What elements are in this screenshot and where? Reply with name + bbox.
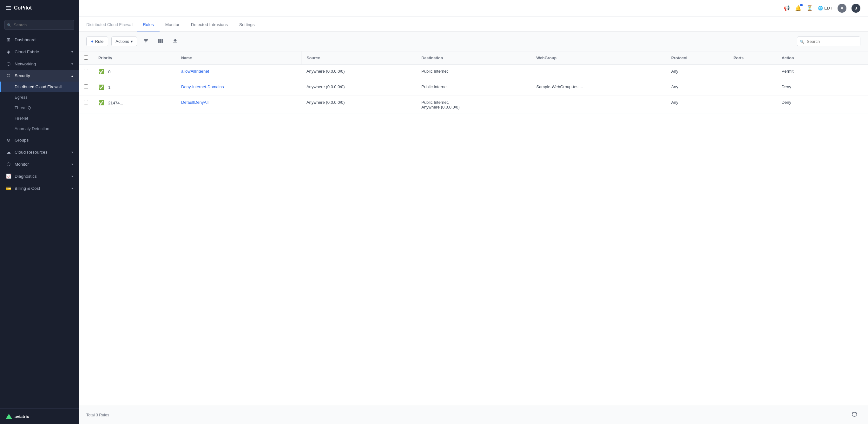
sidebar-sub-item-label: ThreatIQ [14,105,31,110]
avatar-a[interactable]: A [838,4,846,13]
sidebar-item-label: Dashboard [14,37,35,42]
menu-icon[interactable] [6,6,11,10]
priority-value-0: 0 [108,69,111,74]
select-all-checkbox[interactable] [84,55,88,60]
row-action-2: Deny [777,96,830,114]
aviatrix-logo-icon [6,414,12,419]
table-search-input[interactable] [797,36,860,46]
row-sort-button-2[interactable]: ⇅ [835,100,842,107]
rule-name-link-0[interactable]: allowAllInternet [181,69,209,73]
notification-icon[interactable]: 🔔 [795,5,801,11]
row-destination-0: Public Internet [416,65,531,80]
row-name-0: allowAllInternet [176,65,301,80]
row-destination-1: Public Internet [416,80,531,96]
row-webgroup-0 [531,65,666,80]
sidebar-item-anomaly-detection[interactable]: Anomaly Detection [0,123,79,134]
rules-table-wrap: Priority Name Source Destination WebGrou… [79,52,868,405]
sidebar-item-firenet[interactable]: FireNet [0,113,79,123]
nav-section: ⊞ Dashboard ◈ Cloud Fabric ▾ ⬡ Networkin… [0,34,79,408]
add-rule-label: Rule [95,39,104,44]
sidebar-item-egress[interactable]: Egress [0,92,79,102]
table-row: ✅ 1 Deny-Internet-Domains Anywhere (0.0.… [79,80,868,96]
actions-label: Actions [116,39,129,44]
hourglass-icon[interactable]: ⏳ [806,5,813,11]
sidebar-item-cloud-resources[interactable]: ☁ Cloud Resources ▾ [0,146,79,158]
row-edit-button-2[interactable]: ✏️ [843,100,852,107]
networking-icon: ⬡ [6,61,11,66]
row-source-2: Anywhere (0.0.0.0/0) [301,96,416,114]
actions-button[interactable]: Actions ▾ [111,36,137,46]
row-ports-2 [728,96,777,114]
avatar-j[interactable]: J [851,4,860,13]
row-ports-1 [728,80,777,96]
row-more-button-0[interactable]: ⋮ [853,69,861,76]
aviatrix-logo: aviatrix [0,408,79,424]
row-sort-button-0[interactable]: ⇅ [835,69,842,76]
chevron-down-icon: ▾ [71,162,73,166]
row-webgroup-2 [531,96,666,114]
tab-detected-intrusions[interactable]: Detected Intrusions [185,19,234,31]
sidebar-item-groups[interactable]: ⊙ Groups [0,134,79,146]
chevron-down-icon: ▾ [71,150,73,154]
row-checkbox-2[interactable] [84,100,88,104]
plus-icon: + [91,39,94,44]
sidebar-item-threatiq[interactable]: ThreatIQ [0,102,79,113]
sidebar-item-diagnostics[interactable]: 📈 Diagnostics ▾ [0,170,79,182]
status-icon-1: ✅ [98,84,104,90]
sidebar-item-cloud-fabric[interactable]: ◈ Cloud Fabric ▾ [0,46,79,58]
sidebar-sub-item-label: Anomaly Detection [14,126,49,131]
row-source-0: Anywhere (0.0.0.0/0) [301,65,416,80]
topbar: 📢 🔔 ⏳ 🌐 EDT A J [79,0,868,17]
sidebar-item-billing-cost[interactable]: 💳 Billing & Cost ▾ [0,182,79,194]
row-more-button-2[interactable]: ⋮ [853,100,861,107]
priority-value-1: 1 [108,85,111,90]
sidebar-item-networking[interactable]: ⬡ Networking ▾ [0,58,79,70]
globe-icon: 🌐 [818,6,823,10]
row-priority-2: ✅ 21474... [93,96,176,114]
row-sort-button-1[interactable]: ⇅ [835,84,842,91]
table-row: ✅ 0 allowAllInternet Anywhere (0.0.0.0/0… [79,65,868,80]
chevron-down-icon: ▾ [71,62,73,66]
row-more-button-1[interactable]: ⋮ [853,84,861,91]
row-protocol-0: Any [666,65,728,80]
col-protocol: Protocol [666,52,728,65]
diagnostics-icon: 📈 [6,174,11,179]
sidebar-search-wrap [0,16,79,34]
svg-rect-0 [158,39,160,43]
sidebar-item-label: Billing & Cost [14,186,40,191]
row-edit-button-1[interactable]: ✏️ [843,84,852,91]
priority-value-2: 21474... [108,100,123,105]
broadcast-icon[interactable]: 📢 [784,5,790,11]
download-button[interactable] [169,36,181,47]
row-webgroup-1: Sample-WebGroup-test... [531,80,666,96]
rule-name-link-2[interactable]: DefaultDenyAll [181,100,209,105]
tab-breadcrumb[interactable]: Distributed Cloud Firewall [86,19,137,31]
sidebar-item-distributed-cloud-firewall[interactable]: Distributed Cloud Firewall [0,82,79,92]
sidebar-item-label: Diagnostics [14,174,37,179]
rule-name-link-1[interactable]: Deny-Internet-Domains [181,84,224,89]
sidebar-item-security[interactable]: 🛡 Security ▴ [0,70,79,82]
sidebar-item-monitor[interactable]: ⬡ Monitor ▾ [0,158,79,170]
rules-table: Priority Name Source Destination WebGrou… [79,52,868,114]
total-rules-label: Total 3 Rules [86,413,109,417]
filter-button[interactable] [140,36,152,47]
timezone-selector[interactable]: 🌐 EDT [818,6,833,10]
row-edit-button-0[interactable]: ✏️ [843,69,852,76]
main-content: 📢 🔔 ⏳ 🌐 EDT A J Distributed Cloud Firewa… [79,0,868,424]
row-checkbox-0[interactable] [84,69,88,73]
col-webgroup: WebGroup [531,52,666,65]
row-action-1: Deny [777,80,830,96]
tab-monitor[interactable]: Monitor [160,19,185,31]
svg-rect-1 [160,39,161,43]
columns-button[interactable] [155,36,166,47]
row-checkbox-1[interactable] [84,84,88,89]
refresh-button[interactable] [849,410,860,420]
sidebar-search-input[interactable] [4,20,74,30]
tab-settings[interactable]: Settings [234,19,260,31]
tab-rules[interactable]: Rules [137,19,160,31]
add-rule-button[interactable]: + Rule [86,36,108,46]
sidebar-item-dashboard[interactable]: ⊞ Dashboard [0,34,79,46]
sidebar-item-label: Security [14,73,30,78]
aviatrix-logo-text: aviatrix [14,414,29,419]
sidebar-sub-item-label: Egress [14,95,27,100]
